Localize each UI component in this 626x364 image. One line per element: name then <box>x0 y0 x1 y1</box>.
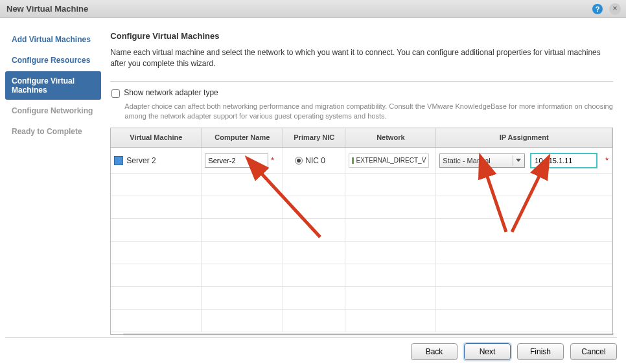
required-asterisk: * <box>271 156 274 165</box>
table-row <box>111 196 612 219</box>
step-configure-virtual-machines[interactable]: Configure Virtual Machines <box>5 71 101 100</box>
footer-buttons: Back Next Finish Cancel <box>411 343 617 360</box>
wizard-sidebar: Add Virtual Machines Configure Resources… <box>0 18 101 339</box>
help-icon[interactable]: ? <box>592 4 603 14</box>
finish-button[interactable]: Finish <box>517 343 564 360</box>
table-row <box>111 310 612 332</box>
step-configure-resources[interactable]: Configure Resources <box>5 51 101 70</box>
close-icon[interactable]: × <box>609 3 621 15</box>
vm-name-label: Server 2 <box>126 156 156 165</box>
titlebar: New Virtual Machine ? × <box>0 0 626 18</box>
ip-mode-value: Static - Manual <box>443 157 490 165</box>
divider <box>110 81 613 82</box>
required-asterisk: * <box>605 156 609 165</box>
cancel-button[interactable]: Cancel <box>570 343 617 360</box>
step-add-virtual-machines[interactable]: Add Virtual Machines <box>5 30 101 49</box>
computer-name-input[interactable] <box>205 154 268 168</box>
vm-icon <box>114 156 123 165</box>
table-row <box>111 174 612 196</box>
show-network-adapter-checkbox[interactable] <box>111 89 120 98</box>
col-computer-name: Computer Name <box>202 128 283 147</box>
next-button[interactable]: Next <box>464 343 511 360</box>
vm-grid: Virtual Machine Computer Name Primary NI… <box>110 128 613 335</box>
network-select[interactable]: EXTERNAL_DIRECT_V <box>349 154 429 168</box>
col-primary-nic: Primary NIC <box>283 128 345 147</box>
col-network: Network <box>345 128 436 147</box>
show-network-adapter-label: Show network adapter type <box>124 88 218 97</box>
ip-address-input[interactable] <box>530 153 597 168</box>
grid-body: Server 2 * NIC 0 EXTERNAL_DIRECT_V <box>111 148 612 335</box>
table-row: Server 2 * NIC 0 EXTERNAL_DIRECT_V <box>111 148 612 174</box>
back-button[interactable]: Back <box>411 343 458 360</box>
content-pane: Configure Virtual Machines Name each vir… <box>101 18 626 339</box>
table-row <box>111 264 612 287</box>
page-heading: Configure Virtual Machines <box>110 31 613 41</box>
ip-mode-dropdown[interactable]: Static - Manual <box>439 154 525 168</box>
col-virtual-machine: Virtual Machine <box>111 128 202 147</box>
shadow-divider <box>123 333 614 337</box>
primary-nic-label: NIC 0 <box>305 156 325 165</box>
page-description: Name each virtual machine and select the… <box>110 47 613 69</box>
primary-nic-radio[interactable] <box>295 157 303 165</box>
grid-header: Virtual Machine Computer Name Primary NI… <box>111 128 612 148</box>
step-configure-networking: Configure Networking <box>5 101 101 120</box>
table-row <box>111 287 612 310</box>
table-row <box>111 242 612 264</box>
window-title: New Virtual Machine <box>6 4 88 14</box>
network-icon <box>352 157 353 164</box>
adapter-hint-text: Adapter choice can affect both networkin… <box>124 102 613 122</box>
chevron-down-icon <box>513 155 523 166</box>
network-value: EXTERNAL_DIRECT_V <box>356 157 426 164</box>
col-ip-assignment: IP Assignment <box>436 128 612 147</box>
step-ready-to-complete: Ready to Complete <box>5 122 101 141</box>
table-row <box>111 219 612 242</box>
footer-divider <box>5 337 617 338</box>
